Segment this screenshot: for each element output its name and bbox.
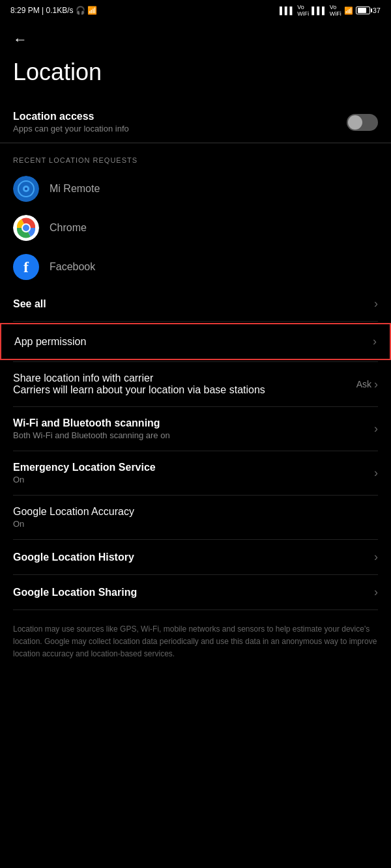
facebook-logo: f [13, 254, 39, 280]
chrome-name: Chrome [50, 222, 87, 234]
emergency-location-text: Emergency Location Service On [13, 462, 156, 484]
google-accuracy-status: On [13, 519, 134, 529]
facebook-name: Facebook [50, 261, 95, 273]
google-history-text: Google Location History [13, 552, 134, 563]
share-location-row[interactable]: Share location info with carrier Carrier… [0, 362, 391, 406]
see-all-row[interactable]: See all › [0, 287, 391, 321]
mi-remote-name: Mi Remote [50, 183, 100, 195]
status-time: 8:29 PM [10, 6, 40, 15]
svg-point-6 [23, 225, 29, 231]
sim-icon: 📶 [87, 6, 97, 15]
vo-wifi-label-2: VoWiFi [330, 4, 341, 17]
headphone-icon: 🎧 [76, 6, 85, 15]
see-all-text: See all [13, 298, 46, 310]
vo-wifi-label-1: VoWiFi [297, 4, 309, 17]
app-permission-chevron: › [373, 335, 377, 348]
status-network-speed: 0.1KB/s [46, 6, 74, 15]
google-sharing-title: Google Location Sharing [13, 587, 137, 598]
see-all-chevron: › [374, 297, 378, 311]
share-location-title: Share location info with carrier [13, 372, 265, 384]
signal-icon-2: ▌▌▌ [311, 7, 326, 14]
google-history-row[interactable]: Google Location History › [0, 540, 391, 574]
google-accuracy-row[interactable]: Google Location Accuracy On [0, 496, 391, 539]
app-item-facebook[interactable]: f Facebook [0, 247, 391, 287]
share-location-text: Share location info with carrier Carrier… [13, 372, 265, 396]
location-access-subtitle: Apps can get your location info [13, 124, 129, 133]
chrome-icon [13, 215, 39, 241]
status-bar: 8:29 PM | 0.1KB/s 🎧 📶 ▌▌▌ VoWiFi ▌▌▌ VoW… [0, 0, 391, 21]
page-title: Location [0, 53, 391, 102]
google-accuracy-title: Google Location Accuracy [13, 506, 134, 518]
google-sharing-chevron: › [374, 585, 378, 599]
recent-section-label: RECENT LOCATION REQUESTS [0, 143, 391, 169]
google-accuracy-text: Google Location Accuracy On [13, 506, 134, 529]
back-arrow-icon[interactable]: ← [13, 31, 27, 48]
wifi-scan-subtitle: Both Wi-Fi and Bluetooth scanning are on [13, 430, 170, 440]
status-right-icons: ▌▌▌ VoWiFi ▌▌▌ VoWiFi 📶 37 [280, 4, 381, 17]
wifi-scan-row[interactable]: Wi-Fi and Bluetooth scanning Both Wi-Fi … [0, 407, 391, 451]
emergency-location-status: On [13, 475, 156, 484]
footer-text: Location may use sources like GPS, Wi-Fi… [0, 610, 391, 680]
share-location-value: Ask [356, 379, 371, 389]
battery-percent: 37 [373, 7, 381, 14]
google-sharing-text: Google Location Sharing [13, 587, 137, 598]
wifi-icon: 📶 [344, 7, 353, 15]
app-item-chrome[interactable]: Chrome [0, 208, 391, 247]
wifi-scan-text: Wi-Fi and Bluetooth scanning Both Wi-Fi … [13, 417, 170, 440]
wifi-scan-title: Wi-Fi and Bluetooth scanning [13, 417, 170, 429]
toggle-knob [348, 115, 362, 130]
facebook-icon: f [13, 254, 39, 280]
see-all-label: See all [13, 298, 46, 310]
divider-2 [13, 321, 378, 322]
emergency-location-title: Emergency Location Service [13, 462, 156, 473]
google-history-chevron: › [374, 550, 378, 564]
location-access-text: Location access Apps can get your locati… [13, 111, 129, 133]
back-button[interactable]: ← [0, 21, 391, 53]
share-location-subtitle: Carriers will learn about your location … [13, 384, 265, 396]
location-access-toggle[interactable] [347, 114, 378, 131]
location-access-title: Location access [13, 111, 129, 122]
app-permission-label: App permission [14, 336, 86, 348]
share-location-right: Ask › [356, 378, 378, 391]
google-sharing-row[interactable]: Google Location Sharing › [0, 575, 391, 609]
wifi-scan-chevron: › [374, 422, 378, 436]
emergency-location-chevron: › [374, 466, 378, 480]
battery-icon [356, 7, 370, 14]
app-item-mi-remote[interactable]: Mi Remote [0, 169, 391, 208]
location-access-row[interactable]: Location access Apps can get your locati… [0, 102, 391, 143]
share-location-chevron: › [374, 378, 378, 391]
signal-icon-1: ▌▌▌ [280, 7, 295, 14]
svg-point-3 [25, 188, 27, 190]
status-time-speed: 8:29 PM | 0.1KB/s 🎧 📶 [10, 6, 97, 15]
mi-remote-icon [13, 176, 39, 202]
google-history-title: Google Location History [13, 552, 134, 563]
emergency-location-row[interactable]: Emergency Location Service On › [0, 451, 391, 495]
app-permission-row[interactable]: App permission › [0, 323, 391, 360]
